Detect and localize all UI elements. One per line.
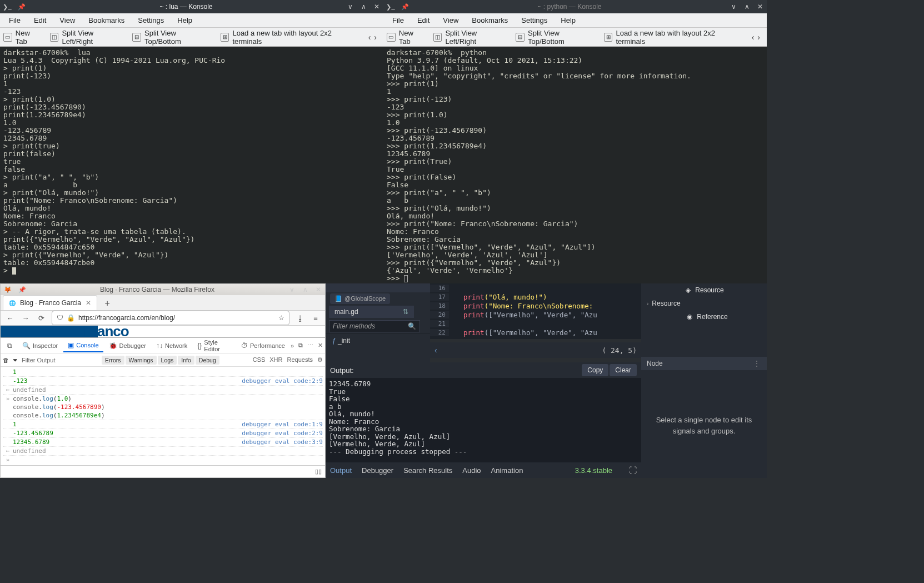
back-icon[interactable]: ‹ <box>434 346 437 355</box>
source-link[interactable]: debugger eval code:2:9 <box>242 377 323 385</box>
close-tab-icon[interactable]: ✕ <box>86 299 91 307</box>
new-tab-button[interactable]: ▭New Tab <box>3 29 43 46</box>
source-link[interactable]: debugger eval code:3:9 <box>242 439 323 446</box>
menu-settings[interactable]: Settings <box>521 16 547 24</box>
browser-tab[interactable]: 🌐 Blog · Franco Garcia ✕ <box>3 295 97 310</box>
menu-file[interactable]: File <box>9 16 21 24</box>
scroll-right-icon[interactable]: › <box>757 33 760 42</box>
chip-xhr[interactable]: XHR <box>269 356 282 363</box>
kebab-icon[interactable]: ⋮ <box>753 360 761 367</box>
tab-style-editor[interactable]: {}Style Editor <box>193 337 236 355</box>
menu-edit[interactable]: Edit <box>417 16 429 24</box>
chip-errors[interactable]: Errors <box>102 356 124 365</box>
titlebar[interactable]: ❯_ 📌 ~ : lua — Konsole ∨ ∧ ✕ <box>0 0 383 13</box>
close-icon[interactable]: ✕ <box>371 1 382 12</box>
split-lr-button[interactable]: ◫Split View Left/Right <box>433 29 510 46</box>
tree-reference[interactable]: ◉Reference <box>641 310 767 323</box>
pin-icon[interactable]: 📌 <box>17 2 27 12</box>
bookmark-icon[interactable]: ☆ <box>278 314 284 322</box>
method-filter-input[interactable]: Filter methods 🔍 <box>329 320 420 332</box>
chip-warnings[interactable]: Warnings <box>126 356 157 365</box>
tab-audio[interactable]: Audio <box>462 466 481 475</box>
back-button[interactable]: ← <box>5 313 15 323</box>
new-tab-button[interactable]: + <box>101 297 114 310</box>
chip-info[interactable]: Info <box>178 356 194 365</box>
split-lr-button[interactable]: ◫Split View Left/Right <box>50 29 126 46</box>
godot-script-editor[interactable]: 16 17print("Olá, mundo!") 18print("Nome:… <box>430 283 641 339</box>
split-console-icon[interactable]: ▯▯ <box>315 468 322 475</box>
tab-animation[interactable]: Animation <box>491 466 523 475</box>
overflow-icon[interactable]: » <box>291 342 294 349</box>
menu-file[interactable]: File <box>392 16 404 24</box>
maximize-icon[interactable]: ∧ <box>358 1 369 12</box>
script-tab[interactable]: main.gd ⇅ <box>329 306 414 318</box>
tab-console[interactable]: ▣Console <box>63 339 103 352</box>
downloads-icon[interactable]: ⭳ <box>295 313 305 323</box>
settings-icon[interactable]: ⚙ <box>317 356 323 363</box>
sort-icon[interactable]: ⇅ <box>403 308 408 316</box>
menu-settings[interactable]: Settings <box>138 16 164 24</box>
dock-icon[interactable]: ⧉ <box>298 342 303 349</box>
url-bar[interactable]: 🛡 🔒 https://francogarcia.com/en/blog/ ☆ <box>52 311 289 325</box>
menu-view[interactable]: View <box>443 16 458 24</box>
tab-performance[interactable]: ⏱Performance <box>237 340 289 352</box>
chip-requests[interactable]: Requests <box>287 356 313 363</box>
forward-button[interactable]: → <box>21 313 31 323</box>
clear-button[interactable]: Clear <box>610 364 637 376</box>
console-prompt[interactable] <box>13 456 323 464</box>
source-link[interactable]: debugger eval code:2:9 <box>242 430 323 437</box>
new-tab-button[interactable]: ▭New Tab <box>387 29 427 46</box>
more-icon[interactable]: ⋯ <box>307 342 313 349</box>
source-link[interactable]: debugger eval code:1:9 <box>242 421 323 428</box>
menu-icon[interactable]: ≡ <box>311 313 321 323</box>
pin-icon[interactable]: 📌 <box>400 2 410 12</box>
chip-logs[interactable]: Logs <box>158 356 177 365</box>
terminal-output[interactable]: darkstar-6700k% lua Lua 5.4.3 Copyright … <box>0 47 383 283</box>
node-panel-header[interactable]: Node⋮ <box>641 357 767 370</box>
scroll-left-icon[interactable]: ‹ <box>368 33 371 42</box>
menu-help[interactable]: Help <box>561 16 576 24</box>
menu-bookmarks[interactable]: Bookmarks <box>88 16 124 24</box>
tab-debugger[interactable]: 🐞Debugger <box>104 340 151 352</box>
maximize-icon[interactable]: ∧ <box>299 284 311 295</box>
filter-input[interactable] <box>22 357 98 363</box>
tree-resource[interactable]: ›Resource <box>641 297 767 310</box>
menu-bookmarks[interactable]: Bookmarks <box>472 16 508 24</box>
responsive-icon[interactable]: ⧉ <box>3 340 17 352</box>
reload-button[interactable]: ⟳ <box>36 313 46 323</box>
terminal-output[interactable]: darkstar-6700k% python Python 3.9.7 (def… <box>383 47 767 283</box>
minimize-icon[interactable]: ∨ <box>286 284 297 295</box>
chip-debug[interactable]: Debug <box>196 356 219 365</box>
output-body[interactable]: 12345.6789 True False a b Olá, mundo! No… <box>326 378 641 462</box>
tab-output[interactable]: Output <box>330 466 352 475</box>
method-item[interactable]: ƒ _init <box>332 337 350 345</box>
titlebar[interactable]: 🦊 📌 Blog · Franco Garcia — Mozilla Firef… <box>1 284 325 295</box>
tab-search[interactable]: Search Results <box>403 466 452 475</box>
close-icon[interactable]: ✕ <box>755 1 766 12</box>
maximize-icon[interactable]: ∧ <box>741 1 752 12</box>
layout-2x2-button[interactable]: ⊞Load a new tab with layout 2x2 terminal… <box>221 29 362 46</box>
pin-icon[interactable]: 📌 <box>17 285 27 295</box>
class-resource[interactable]: ◈Resource <box>641 283 767 297</box>
menu-help[interactable]: Help <box>177 16 192 24</box>
copy-button[interactable]: Copy <box>582 364 608 376</box>
tab-network[interactable]: ↑↓Network <box>152 340 192 352</box>
close-devtools-icon[interactable]: ✕ <box>318 342 323 349</box>
minimize-icon[interactable]: ∨ <box>344 1 356 12</box>
scroll-right-icon[interactable]: › <box>374 33 377 42</box>
scope-selector[interactable]: 📘 @GlobalScope <box>330 293 390 304</box>
chip-css[interactable]: CSS <box>253 356 266 363</box>
tab-debugger[interactable]: Debugger <box>362 466 393 475</box>
split-tb-button[interactable]: ⊟Split View Top/Bottom <box>516 29 597 46</box>
titlebar[interactable]: ❯_ 📌 ~ : python — Konsole ∨ ∧ ✕ <box>383 0 767 13</box>
trash-icon[interactable]: 🗑 <box>3 357 9 363</box>
console-output[interactable]: 1 -123debugger eval code:2:9 ←undefined … <box>1 367 325 465</box>
layout-2x2-button[interactable]: ⊞Load a new tab with layout 2x2 terminal… <box>604 29 745 46</box>
scroll-left-icon[interactable]: ‹ <box>752 33 755 42</box>
minimize-icon[interactable]: ∨ <box>728 1 739 12</box>
close-icon[interactable]: ✕ <box>313 284 324 295</box>
tab-inspector[interactable]: 🔍Inspector <box>18 340 62 352</box>
lock-icon[interactable]: 🔒 <box>67 314 75 322</box>
split-tb-button[interactable]: ⊟Split View Top/Bottom <box>132 29 213 46</box>
menu-view[interactable]: View <box>59 16 75 24</box>
